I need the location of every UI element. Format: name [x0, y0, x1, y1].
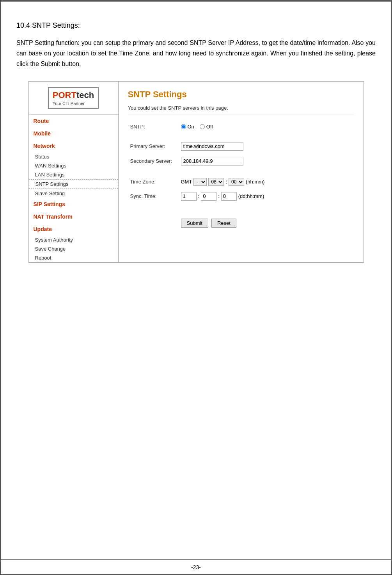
sidebar-item-sntp-settings[interactable]: SNTP Settings — [29, 179, 118, 189]
timezone-cell: GMT - + 00010203 04050607 0809101112 — [179, 175, 354, 189]
secondary-server-row: Secondary Server: — [128, 154, 354, 169]
actions-label-cell — [128, 210, 179, 231]
sync-cell: : : (dd:hh:mm) — [179, 189, 354, 204]
logo-tech: tech — [76, 90, 94, 100]
primary-server-input[interactable] — [181, 142, 243, 151]
sync-row: Sync. Time: : : (dd:hh:mm) — [128, 189, 354, 204]
sntp-off-radio[interactable] — [200, 124, 205, 129]
timezone-hour-select[interactable]: 00010203 04050607 0809101112 — [208, 178, 224, 186]
section-title: 10.4 SNTP Settings: — [16, 21, 376, 30]
sidebar-nav: Route Mobile Network Status WAN Settings… — [29, 115, 118, 262]
sync-colon2: : — [218, 193, 220, 199]
gmt-text: GMT — [181, 179, 192, 185]
sidebar-item-reboot[interactable]: Reboot — [29, 253, 118, 262]
sidebar-item-route[interactable]: Route — [29, 115, 118, 127]
page-number: -23- — [191, 564, 201, 570]
sidebar-item-nat-transform[interactable]: NAT Transform — [29, 210, 118, 223]
logo-area: PORTtech Your CTI Partner — [29, 82, 118, 115]
sntp-off-text: Off — [206, 124, 213, 130]
sntp-on-radio[interactable] — [181, 124, 186, 129]
secondary-server-label: Secondary Server: — [128, 154, 179, 169]
sync-hh-input[interactable] — [201, 192, 216, 201]
timezone-colon: : — [225, 179, 227, 185]
logo-port: PORT — [53, 90, 76, 100]
footer-bar: -23- — [1, 559, 391, 574]
logo-box: PORTtech Your CTI Partner — [48, 87, 99, 109]
sync-unit: (dd:hh:mm) — [238, 193, 264, 199]
timezone-unit: (hh:mm) — [246, 179, 264, 185]
sidebar-item-mobile[interactable]: Mobile — [29, 127, 118, 140]
sidebar-item-slave-setting[interactable]: Slave Setting — [29, 189, 118, 198]
sidebar-item-status[interactable]: Status — [29, 152, 118, 161]
sntp-control: On Off — [179, 121, 354, 133]
sntp-on-text: On — [188, 124, 194, 130]
sntp-on-label[interactable]: On — [181, 124, 194, 130]
sidebar-item-sip-settings[interactable]: SIP Settings — [29, 198, 118, 210]
sidebar-item-lan-settings[interactable]: LAN Settings — [29, 170, 118, 179]
sync-mm-input[interactable] — [221, 192, 237, 201]
sntp-off-label[interactable]: Off — [200, 124, 213, 130]
primary-server-label: Primary Server: — [128, 139, 179, 154]
sidebar: PORTtech Your CTI Partner Route Mobile N… — [29, 82, 119, 262]
main-content-panel: PORTtech Your CTI Partner Route Mobile N… — [28, 81, 364, 263]
sync-dd-input[interactable] — [181, 192, 197, 201]
secondary-server-input[interactable] — [181, 157, 243, 166]
timezone-label: Time Zone: — [128, 175, 179, 189]
sidebar-item-update[interactable]: Update — [29, 223, 118, 235]
content-panel: SNTP Settings You could set the SNTP ser… — [119, 82, 364, 262]
form-actions-row: Submit Reset — [128, 210, 354, 231]
sntp-label: SNTP: — [128, 121, 179, 133]
logo-tagline: Your CTI Partner — [53, 101, 94, 106]
sidebar-item-save-change[interactable]: Save Change — [29, 244, 118, 253]
secondary-server-cell — [179, 154, 354, 169]
content-subtitle: You could set the SNTP servers in this p… — [128, 105, 354, 115]
primary-server-row: Primary Server: — [128, 139, 354, 154]
sidebar-item-system-authority[interactable]: System Authority — [29, 235, 118, 244]
sync-colon1: : — [198, 193, 200, 199]
timezone-sign-select[interactable]: - + — [193, 178, 207, 186]
sntp-row: SNTP: On Off — [128, 121, 354, 133]
content-title: SNTP Settings — [128, 89, 354, 100]
actions-cell: Submit Reset — [179, 210, 354, 231]
sync-label: Sync. Time: — [128, 189, 179, 204]
reset-button[interactable]: Reset — [211, 219, 236, 228]
sidebar-item-wan-settings[interactable]: WAN Settings — [29, 161, 118, 170]
description-text: SNTP Setting function: you can setup the… — [16, 37, 376, 69]
submit-button[interactable]: Submit — [181, 219, 208, 228]
primary-server-cell — [179, 139, 354, 154]
sidebar-item-network[interactable]: Network — [29, 140, 118, 152]
sntp-form: SNTP: On Off — [128, 121, 354, 231]
timezone-row: Time Zone: GMT - + 00010203 04050 — [128, 175, 354, 189]
timezone-min-select[interactable]: 00153045 — [229, 178, 244, 186]
